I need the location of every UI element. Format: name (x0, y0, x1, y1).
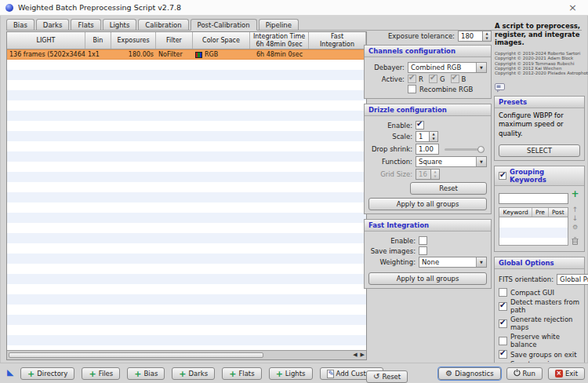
col-header-exposures[interactable]: Exposures (111, 32, 156, 49)
detect-masters-checkbox[interactable] (499, 302, 507, 311)
new-instance-triangle-icon[interactable]: ◣ (7, 368, 13, 377)
add-flats-button[interactable]: +Flats (222, 367, 261, 380)
exposure-tolerance-input[interactable] (458, 31, 483, 42)
drizzle-enable-label: Enable: (368, 122, 412, 129)
save-groups-checkbox[interactable] (499, 350, 507, 359)
tab-flats[interactable]: Flats (71, 19, 100, 30)
col-header-keyword[interactable]: Keyword (499, 208, 532, 217)
keyword-settings-gear-icon[interactable]: ⚙ (572, 224, 578, 232)
copyright-line: Copyright © 2019 Tommaso Rubechi (495, 61, 585, 66)
add-lights-button[interactable]: +Lights (269, 367, 313, 380)
add-keyword-icon[interactable]: + (571, 189, 579, 199)
edit-page-icon (327, 370, 334, 378)
horizontal-scrollbar[interactable]: ◀ ▶ (7, 350, 366, 359)
fast-integration-section: Fast Integration Enable: Save images: We… (364, 219, 492, 289)
debayer-select[interactable]: Combined RGB ▼ (408, 62, 487, 73)
channels-configuration-section: Channels configuration Debayer: Combined… (364, 45, 492, 99)
drop-shrink-label: Drop shrink: (368, 145, 412, 153)
tab-post-calibration[interactable]: Post-Calibration (191, 19, 257, 31)
active-g-checkbox[interactable] (429, 75, 437, 83)
save-images-label: Save images: (368, 247, 416, 255)
drizzle-scale-stepper[interactable]: ▲▼ (430, 131, 438, 142)
app-sphere-icon (5, 4, 13, 12)
scroll-left-icon[interactable]: ◀ (353, 352, 357, 358)
drizzle-reset-button[interactable]: Reset (410, 182, 487, 195)
tab-pipeline[interactable]: Pipeline (259, 19, 299, 30)
comment-icon[interactable] (495, 81, 585, 91)
white-balance-label: Preserve white balance (510, 333, 580, 348)
add-bias-button[interactable]: +Bias (127, 367, 165, 380)
cell-fast-integration (309, 50, 366, 59)
presets-select-button[interactable]: SELECT (499, 144, 580, 157)
rejection-maps-checkbox[interactable] (499, 319, 507, 328)
active-r-checkbox[interactable] (408, 75, 416, 83)
detect-masters-label: Detect masters from path (510, 298, 580, 314)
add-files-button[interactable]: +Files (82, 367, 120, 380)
run-button[interactable]: Run (506, 367, 543, 380)
col-header-post[interactable]: Post (549, 208, 568, 217)
post-calibration-settings: Exposure tolerance: ▲▼ Channels configur… (364, 30, 492, 294)
move-up-icon[interactable]: ↑ (572, 206, 579, 214)
compact-gui-checkbox[interactable] (499, 288, 507, 297)
grid-size-stepper: ▲▼ (431, 169, 440, 180)
add-darks-button[interactable]: +Darks (172, 367, 215, 380)
col-header-integration[interactable]: Integration Time6h 48min 0sec (250, 32, 309, 49)
fastint-enable-checkbox[interactable] (419, 236, 427, 245)
drop-shrink-input[interactable] (416, 144, 439, 155)
grouping-keywords-title: Grouping Keywords (510, 168, 580, 184)
compact-gui-label: Compact GUI (510, 289, 554, 297)
save-images-checkbox[interactable] (419, 246, 427, 255)
weighting-select[interactable]: None ▼ (419, 257, 487, 268)
reset-arrow-icon: ↺ (373, 373, 379, 381)
plus-icon: + (27, 370, 34, 378)
table-header-row: LIGHT Bin Exposures Filter Color Space I… (7, 32, 366, 49)
add-directory-button[interactable]: +Directory (20, 367, 74, 380)
drizzle-configuration-title: Drizzle configuration (365, 104, 491, 116)
diagnostics-button[interactable]: ⚙Diagnostics (438, 367, 500, 380)
col-header-filter[interactable]: Filter (156, 32, 193, 49)
col-header-pre[interactable]: Pre (532, 208, 548, 217)
cell-integration: 6h 48min 0sec (250, 50, 309, 59)
col-header-colorspace[interactable]: Color Space (193, 32, 250, 49)
drizzle-enable-checkbox[interactable] (416, 121, 424, 129)
fastint-apply-all-button[interactable]: Apply to all groups (368, 272, 487, 285)
recombine-rgb-checkbox[interactable] (408, 85, 416, 93)
debayer-label: Debayer: (368, 64, 405, 71)
gear-icon: ⚙ (445, 370, 452, 378)
slider-handle[interactable] (477, 146, 485, 153)
tab-calibration[interactable]: Calibration (138, 19, 188, 30)
col-header-fast-integration[interactable]: FastIntegration (309, 32, 366, 49)
exposure-tolerance-stepper[interactable]: ▲▼ (483, 31, 492, 42)
plus-icon: + (89, 370, 96, 378)
presets-section: Presets Configure WBPP for maximum speed… (494, 96, 585, 160)
tab-bias[interactable]: Bias (6, 19, 34, 30)
grid-size-label: Grid Size: (368, 170, 412, 178)
drizzle-apply-all-button[interactable]: Apply to all groups (368, 198, 487, 210)
drop-shrink-slider[interactable] (445, 148, 484, 151)
grouping-keywords-checkbox[interactable] (499, 172, 506, 180)
drizzle-function-select[interactable]: Square ▼ (416, 156, 487, 167)
weighting-label: Weighting: (368, 258, 416, 266)
move-down-icon[interactable]: ↓ (572, 215, 579, 223)
delete-keyword-trash-icon[interactable] (572, 233, 579, 248)
scroll-right-icon[interactable]: ▶ (361, 352, 365, 358)
active-b-checkbox[interactable] (451, 75, 459, 83)
table-row[interactable]: 136 frames (5202x3464) 1x1 180.00s NoFil… (7, 49, 366, 60)
light-frames-table: LIGHT Bin Exposures Filter Color Space I… (6, 31, 367, 360)
close-icon[interactable]: × (568, 2, 577, 13)
scrollbar-thumb[interactable] (9, 352, 263, 358)
exposure-tolerance-label: Exposure tolerance: (388, 32, 455, 40)
col-header-light[interactable]: LIGHT (7, 32, 85, 49)
keyword-input[interactable] (499, 193, 568, 204)
drizzle-scale-input[interactable] (416, 131, 430, 142)
cell-colorspace: RGB (193, 50, 250, 59)
right-sidebar: A script to preprocess, register, and in… (494, 20, 585, 383)
col-header-bin[interactable]: Bin (85, 32, 111, 49)
fits-orientation-select[interactable]: Global Pref ▼ (557, 274, 588, 285)
tab-lights[interactable]: Lights (103, 19, 137, 30)
reset-button[interactable]: ↺Reset (366, 370, 408, 383)
tab-darks[interactable]: Darks (36, 19, 70, 30)
white-balance-checkbox[interactable] (499, 337, 507, 345)
drizzle-configuration-section: Drizzle configuration Enable: Scale: ▲▼ … (364, 104, 492, 214)
exit-button[interactable]: ×Exit (548, 367, 585, 380)
